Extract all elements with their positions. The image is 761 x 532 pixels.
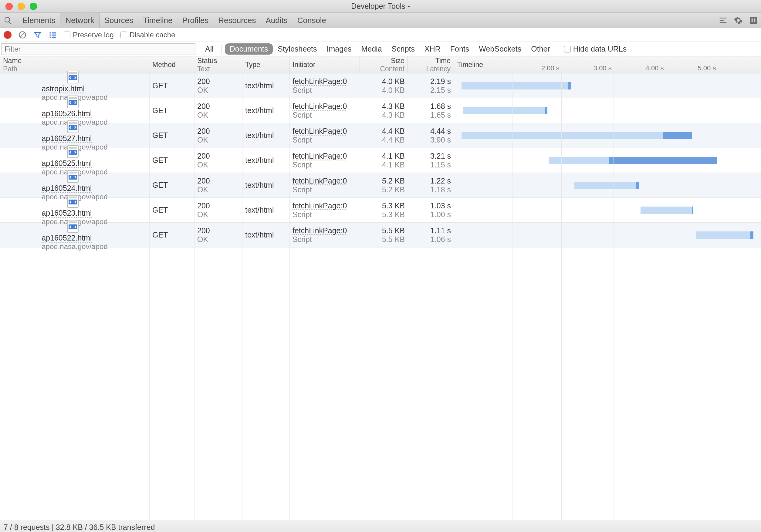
document-icon <box>66 70 80 84</box>
cell-timeline <box>454 98 761 123</box>
record-button[interactable] <box>4 31 12 39</box>
preserve-log-checkbox[interactable]: Preserve log <box>64 30 114 39</box>
cell-time: 3.21 s1.15 s <box>408 148 454 173</box>
request-name[interactable]: ap160525.html <box>41 159 108 168</box>
request-name[interactable]: ap160526.html <box>41 109 108 118</box>
svg-rect-24 <box>69 196 77 198</box>
minimize-icon[interactable] <box>18 3 25 10</box>
timing-bar-latency <box>549 157 609 164</box>
cell-timeline <box>454 74 761 98</box>
request-name[interactable]: ap160527.html <box>41 134 108 143</box>
table-row[interactable]: ap160526.html apod.nasa.gov/apod GET 200… <box>0 98 761 123</box>
panel-tabs: ElementsNetworkSourcesTimelineProfilesRe… <box>0 13 761 28</box>
filter-documents[interactable]: Documents <box>225 43 273 55</box>
table-row[interactable]: ap160523.html apod.nasa.gov/apod GET 200… <box>0 198 761 223</box>
column-initiator[interactable]: Initiator <box>289 56 360 73</box>
close-icon[interactable] <box>5 3 13 10</box>
filter-media[interactable]: Media <box>356 43 386 55</box>
request-name[interactable]: ap160524.html <box>41 184 108 192</box>
filter-fonts[interactable]: Fonts <box>445 43 474 55</box>
column-divider <box>289 74 290 532</box>
timing-bar-latency <box>574 182 636 189</box>
gear-icon[interactable] <box>734 16 743 25</box>
cell-method: GET <box>149 223 194 247</box>
cell-initiator: fetchLinkPage:0 Script <box>289 198 360 222</box>
cell-timeline <box>454 198 761 222</box>
svg-rect-3 <box>52 32 56 33</box>
search-icon[interactable] <box>4 16 12 25</box>
drawer-toggle-icon[interactable] <box>719 16 728 25</box>
maximize-icon[interactable] <box>30 3 37 10</box>
svg-rect-7 <box>52 36 56 38</box>
clear-icon[interactable] <box>18 30 27 39</box>
filter-input[interactable] <box>1 43 196 55</box>
column-size[interactable]: SizeContent <box>360 56 408 73</box>
network-toolbar: Preserve log Disable cache <box>0 28 761 42</box>
cell-status: 200OK <box>194 148 242 173</box>
table-row[interactable]: ap160522.html apod.nasa.gov/apod GET 200… <box>0 223 761 247</box>
cell-size: 5.2 KB5.2 KB <box>360 173 408 197</box>
initiator-link[interactable]: fetchLinkPage:0 <box>293 177 357 185</box>
cell-size: 5.3 KB5.3 KB <box>360 198 408 222</box>
table-row[interactable]: ap160524.html apod.nasa.gov/apod GET 200… <box>0 173 761 198</box>
table-row[interactable]: astropix.html apod.nasa.gov/apod GET 200… <box>0 74 761 98</box>
initiator-link[interactable]: fetchLinkPage:0 <box>293 201 357 210</box>
filter-stylesheets[interactable]: Stylesheets <box>273 43 322 55</box>
timing-bar-download <box>545 107 548 114</box>
tab-timeline[interactable]: Timeline <box>138 13 177 28</box>
hide-data-urls-checkbox[interactable]: Hide data URLs <box>564 45 626 53</box>
dock-icon[interactable] <box>749 16 758 25</box>
timeline-gridline <box>561 74 562 532</box>
timeline-gridline <box>512 74 512 532</box>
tab-elements[interactable]: Elements <box>18 13 60 28</box>
initiator-link[interactable]: fetchLinkPage:0 <box>293 77 357 86</box>
column-timeline[interactable]: Timeline 2.00 s3.00 s4.00 s5.00 s <box>454 56 761 73</box>
document-icon <box>66 120 80 134</box>
column-status[interactable]: StatusText <box>194 56 242 73</box>
cell-timeline <box>454 173 761 197</box>
filter-all[interactable]: All <box>200 43 218 55</box>
filter-images[interactable]: Images <box>322 43 357 55</box>
timeline-tick-label: 3.00 s <box>594 64 614 72</box>
cell-status: 200OK <box>194 173 242 197</box>
filter-websockets[interactable]: WebSockets <box>474 43 526 55</box>
initiator-link[interactable]: fetchLinkPage:0 <box>293 152 357 160</box>
preserve-log-label: Preserve log <box>73 30 114 39</box>
cell-time: 1.11 s1.06 s <box>408 223 454 247</box>
initiator-link[interactable]: fetchLinkPage:0 <box>293 127 357 135</box>
column-time[interactable]: TimeLatency <box>408 56 454 73</box>
tab-audits[interactable]: Audits <box>261 13 292 28</box>
tab-profiles[interactable]: Profiles <box>177 13 213 28</box>
cell-method: GET <box>149 74 194 98</box>
tab-resources[interactable]: Resources <box>213 13 261 28</box>
checkbox-icon[interactable] <box>120 31 127 38</box>
filter-xhr[interactable]: XHR <box>420 43 445 55</box>
tab-sources[interactable]: Sources <box>99 13 138 28</box>
initiator-link[interactable]: fetchLinkPage:0 <box>293 102 357 111</box>
tab-console[interactable]: Console <box>293 13 331 28</box>
tab-network[interactable]: Network <box>60 13 99 28</box>
list-view-icon[interactable] <box>48 30 57 39</box>
checkbox-icon[interactable] <box>64 31 70 38</box>
checkbox-icon[interactable] <box>564 46 571 52</box>
filter-scripts[interactable]: Scripts <box>387 43 420 55</box>
column-method[interactable]: Method <box>149 56 194 73</box>
timing-bar-latency <box>461 132 663 139</box>
table-row[interactable]: ap160525.html apod.nasa.gov/apod GET 200… <box>0 148 761 173</box>
timeline-tick-label: 5.00 s <box>698 64 718 72</box>
cell-status: 200OK <box>194 98 242 123</box>
filter-icon[interactable] <box>33 30 42 39</box>
table-row[interactable]: ap160527.html apod.nasa.gov/apod GET 200… <box>0 123 761 148</box>
column-type[interactable]: Type <box>242 56 289 73</box>
window-titlebar: Developer Tools - <box>0 0 761 13</box>
request-name[interactable]: astropix.html <box>41 84 108 93</box>
request-name[interactable]: ap160523.html <box>41 209 108 218</box>
filter-other[interactable]: Other <box>526 43 555 55</box>
disable-cache-checkbox[interactable]: Disable cache <box>120 30 175 39</box>
cell-time: 2.19 s2.15 s <box>408 74 454 98</box>
cell-initiator: fetchLinkPage:0 Script <box>289 74 360 98</box>
cell-status: 200OK <box>194 198 242 222</box>
initiator-link[interactable]: fetchLinkPage:0 <box>293 226 357 235</box>
request-name[interactable]: ap160522.html <box>41 234 108 242</box>
document-icon <box>66 219 80 234</box>
